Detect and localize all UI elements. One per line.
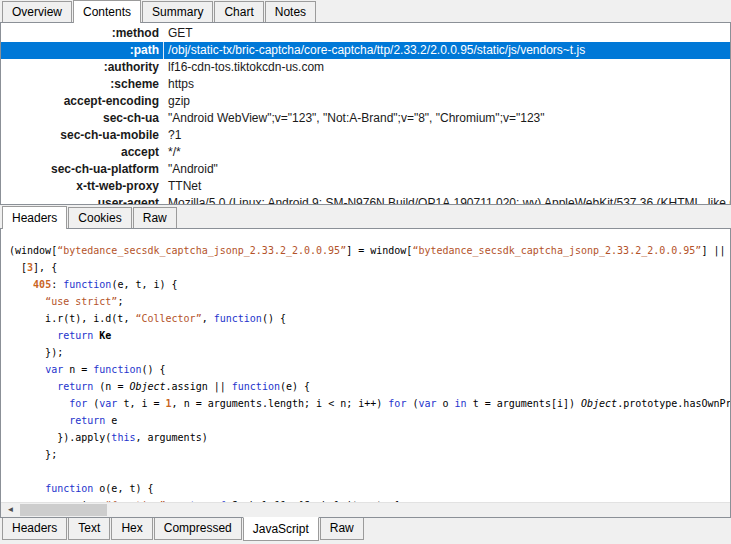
header-row-sec-ch-ua[interactable]: sec-ch-ua"Android WebView";v="123", "Not…: [1, 110, 730, 127]
inspector-tabs: OverviewContentsSummaryChartNotes: [0, 0, 731, 22]
horizontal-scrollbar[interactable]: ◄: [1, 502, 730, 517]
header-row-sec-ch-ua-platform[interactable]: sec-ch-ua-platform"Android": [1, 161, 730, 178]
response-body-panel: (window[“bytedance_secsdk_captcha_jsonp_…: [0, 228, 731, 518]
header-name: user-agent: [1, 195, 164, 205]
header-value: "Android": [164, 161, 730, 178]
response-tab-raw[interactable]: Raw: [320, 518, 364, 540]
code-line: function o(e, t) {: [9, 480, 730, 497]
code-line: return e: [9, 412, 730, 429]
response-tab-text[interactable]: Text: [68, 518, 110, 540]
header-name: x-tt-web-proxy: [1, 178, 164, 195]
code-line: “use strict”;: [9, 293, 730, 310]
header-name: accept: [1, 144, 164, 161]
code-line: return (n = Object.assign || function(e)…: [9, 378, 730, 395]
inspector-tab-summary[interactable]: Summary: [142, 1, 213, 22]
code-line: [3], {: [9, 259, 730, 276]
request-section-tabs: HeadersCookiesRaw: [0, 205, 731, 228]
header-name: :method: [1, 25, 164, 42]
response-tab-javascript[interactable]: JavaScript: [243, 517, 319, 541]
header-row-scheme[interactable]: :schemehttps: [1, 76, 730, 93]
inspector-tab-overview[interactable]: Overview: [2, 1, 72, 22]
scrollbar-thumb[interactable]: [20, 504, 107, 516]
header-row-x-tt-web-proxy[interactable]: x-tt-web-proxyTTNet: [1, 178, 730, 195]
inspector-tab-chart[interactable]: Chart: [214, 1, 263, 22]
header-value: */*: [164, 144, 730, 161]
header-name: :path: [1, 42, 164, 59]
http-inspector-window: OverviewContentsSummaryChartNotes :metho…: [0, 0, 731, 544]
code-line: i.r(t), i.d(t, “Collector”, function() {: [9, 310, 730, 327]
response-tab-headers[interactable]: Headers: [2, 518, 67, 540]
code-line: }).apply(this, arguments): [9, 429, 730, 446]
code-line: 405: function(e, t, i) {: [9, 276, 730, 293]
response-tab-hex[interactable]: Hex: [111, 518, 152, 540]
code-line: var n = function() {: [9, 361, 730, 378]
header-name: accept-encoding: [1, 93, 164, 110]
inspector-tab-notes[interactable]: Notes: [265, 1, 316, 22]
code-line: [9, 463, 730, 480]
request-headers-grid: :methodGET:path/obj/static-tx/bric-captc…: [1, 25, 730, 205]
header-row-accept[interactable]: accept*/*: [1, 144, 730, 161]
scroll-left-arrow-icon[interactable]: ◄: [3, 503, 18, 517]
response-tab-compressed[interactable]: Compressed: [154, 518, 242, 540]
request-tab-headers[interactable]: Headers: [2, 206, 67, 229]
header-name: :authority: [1, 59, 164, 76]
header-name: sec-ch-ua-mobile: [1, 127, 164, 144]
javascript-code-view[interactable]: (window[“bytedance_secsdk_captcha_jsonp_…: [1, 229, 730, 514]
header-name: sec-ch-ua: [1, 110, 164, 127]
code-line: (window[“bytedance_secsdk_captcha_jsonp_…: [9, 242, 730, 259]
request-tab-raw[interactable]: Raw: [133, 207, 177, 228]
header-name: sec-ch-ua-platform: [1, 161, 164, 178]
code-line: };: [9, 446, 730, 463]
header-value: "Android WebView";v="123", "Not:A-Brand"…: [164, 110, 730, 127]
header-row-path[interactable]: :path/obj/static-tx/bric-captcha/core-ca…: [1, 42, 730, 59]
request-tab-cookies[interactable]: Cookies: [68, 207, 131, 228]
header-row-authority[interactable]: :authoritylf16-cdn-tos.tiktokcdn-us.com: [1, 59, 730, 76]
header-value: Mozilla/5.0 (Linux; Android 9; SM-N976N …: [164, 195, 730, 205]
header-row-user-agent[interactable]: user-agentMozilla/5.0 (Linux; Android 9;…: [1, 195, 730, 205]
header-name: :scheme: [1, 76, 164, 93]
header-row-sec-ch-ua-mobile[interactable]: sec-ch-ua-mobile?1: [1, 127, 730, 144]
header-value: lf16-cdn-tos.tiktokcdn-us.com: [164, 59, 730, 76]
inspector-tab-contents[interactable]: Contents: [73, 0, 141, 23]
header-value: GET: [164, 25, 730, 42]
header-value: https: [164, 76, 730, 93]
code-line: return Ke: [9, 327, 730, 344]
header-value: /obj/static-tx/bric-captcha/core-captcha…: [164, 42, 730, 59]
header-row-method[interactable]: :methodGET: [1, 25, 730, 42]
code-line: for (var t, i = 1, n = arguments.length;…: [9, 395, 730, 412]
code-line: });: [9, 344, 730, 361]
response-view-tabs: HeadersTextHexCompressedJavaScriptRaw: [0, 518, 731, 544]
header-value: gzip: [164, 93, 730, 110]
header-value: TTNet: [164, 178, 730, 195]
request-headers-panel: :methodGET:path/obj/static-tx/bric-captc…: [0, 22, 731, 205]
header-row-accept-encoding[interactable]: accept-encodinggzip: [1, 93, 730, 110]
header-value: ?1: [164, 127, 730, 144]
